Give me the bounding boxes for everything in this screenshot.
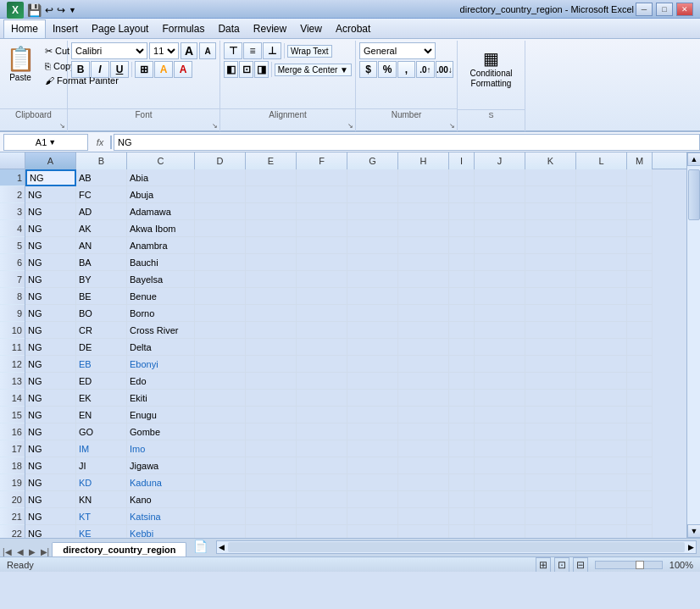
- cell-a10[interactable]: NG: [25, 322, 76, 339]
- col-header-c[interactable]: C: [127, 152, 195, 169]
- cell-a4[interactable]: NG: [25, 220, 76, 237]
- cell-h17[interactable]: [398, 440, 449, 457]
- row-number-18[interactable]: 18: [0, 457, 25, 474]
- cell-g7[interactable]: [347, 271, 398, 288]
- cell-l11[interactable]: [576, 339, 627, 356]
- cell-h21[interactable]: [398, 508, 449, 525]
- align-center-button[interactable]: ⊡: [239, 61, 253, 78]
- cell-l12[interactable]: [576, 356, 627, 373]
- qat-dropdown[interactable]: ▼: [69, 6, 76, 14]
- col-header-i[interactable]: I: [449, 152, 475, 169]
- cell-m7[interactable]: [627, 271, 653, 288]
- cell-d3[interactable]: [195, 203, 246, 220]
- cell-e11[interactable]: [246, 339, 297, 356]
- cell-l8[interactable]: [576, 288, 627, 305]
- cell-e3[interactable]: [246, 203, 297, 220]
- cell-e2[interactable]: [246, 186, 297, 203]
- cell-m10[interactable]: [627, 322, 653, 339]
- cell-m5[interactable]: [627, 237, 653, 254]
- align-right-button[interactable]: ◨: [254, 61, 269, 78]
- cell-j3[interactable]: [475, 203, 525, 220]
- cell-m22[interactable]: [627, 525, 653, 538]
- cell-e10[interactable]: [246, 322, 297, 339]
- col-header-e[interactable]: E: [246, 152, 297, 169]
- cell-m16[interactable]: [627, 424, 653, 440]
- maximize-button[interactable]: □: [656, 3, 673, 16]
- cell-b6[interactable]: BA: [76, 254, 127, 271]
- cell-a5[interactable]: NG: [25, 237, 76, 254]
- name-box[interactable]: A1 ▼: [3, 134, 88, 151]
- col-header-j[interactable]: J: [475, 152, 525, 169]
- cell-m3[interactable]: [627, 203, 653, 220]
- cell-d2[interactable]: [195, 186, 246, 203]
- fx-button[interactable]: fx: [92, 134, 108, 151]
- cell-i1[interactable]: [449, 169, 475, 186]
- number-format-select[interactable]: General: [359, 42, 436, 59]
- merge-center-button[interactable]: Merge & Center ▼: [275, 64, 352, 76]
- cell-i4[interactable]: [449, 220, 475, 237]
- cell-j4[interactable]: [475, 220, 525, 237]
- cell-d21[interactable]: [195, 508, 246, 525]
- cell-e22[interactable]: [246, 525, 297, 538]
- cell-b7[interactable]: BY: [76, 271, 127, 288]
- cell-a17[interactable]: NG: [25, 440, 76, 457]
- col-header-f[interactable]: F: [297, 152, 347, 169]
- cell-i11[interactable]: [449, 339, 475, 356]
- cell-g4[interactable]: [347, 220, 398, 237]
- cell-b2[interactable]: FC: [76, 186, 127, 203]
- cell-e7[interactable]: [246, 271, 297, 288]
- cell-l21[interactable]: [576, 508, 627, 525]
- row-number-11[interactable]: 11: [0, 339, 25, 356]
- cell-f16[interactable]: [297, 424, 347, 440]
- row-number-15[interactable]: 15: [0, 407, 25, 424]
- cell-a19[interactable]: NG: [25, 474, 76, 491]
- cell-f7[interactable]: [297, 271, 347, 288]
- cell-c10[interactable]: Cross River: [127, 322, 195, 339]
- cell-c14[interactable]: Ekiti: [127, 390, 195, 407]
- cell-l17[interactable]: [576, 440, 627, 457]
- view-layout-button[interactable]: ⊡: [554, 557, 569, 573]
- scroll-track[interactable]: [687, 166, 700, 524]
- cell-e20[interactable]: [246, 491, 297, 508]
- cell-l19[interactable]: [576, 474, 627, 491]
- cell-j21[interactable]: [475, 508, 525, 525]
- cell-f14[interactable]: [297, 390, 347, 407]
- cell-i14[interactable]: [449, 390, 475, 407]
- cell-k14[interactable]: [525, 390, 576, 407]
- cell-j1[interactable]: [475, 169, 525, 186]
- row-number-16[interactable]: 16: [0, 424, 25, 440]
- scroll-down-button[interactable]: ▼: [687, 524, 700, 538]
- cell-k17[interactable]: [525, 440, 576, 457]
- cell-j18[interactable]: [475, 457, 525, 474]
- cell-j19[interactable]: [475, 474, 525, 491]
- cell-e4[interactable]: [246, 220, 297, 237]
- cell-j20[interactable]: [475, 491, 525, 508]
- cell-k21[interactable]: [525, 508, 576, 525]
- cell-f22[interactable]: [297, 525, 347, 538]
- cell-b13[interactable]: ED: [76, 373, 127, 390]
- cell-d9[interactable]: [195, 305, 246, 322]
- col-header-l[interactable]: L: [576, 152, 627, 169]
- cell-i20[interactable]: [449, 491, 475, 508]
- cell-k22[interactable]: [525, 525, 576, 538]
- cell-d14[interactable]: [195, 390, 246, 407]
- cell-b3[interactable]: AD: [76, 203, 127, 220]
- align-left-button[interactable]: ◧: [224, 61, 238, 78]
- cell-b5[interactable]: AN: [76, 237, 127, 254]
- cell-c2[interactable]: Abuja: [127, 186, 195, 203]
- cell-i5[interactable]: [449, 237, 475, 254]
- cell-l7[interactable]: [576, 271, 627, 288]
- view-page-break-button[interactable]: ⊟: [573, 557, 588, 573]
- conditional-formatting-button[interactable]: ▦ ConditionalFormatting: [464, 44, 518, 93]
- cell-j9[interactable]: [475, 305, 525, 322]
- cell-g8[interactable]: [347, 288, 398, 305]
- cell-m18[interactable]: [627, 457, 653, 474]
- formula-input[interactable]: [114, 134, 700, 151]
- cell-f11[interactable]: [297, 339, 347, 356]
- currency-button[interactable]: $: [359, 61, 377, 78]
- cell-f1[interactable]: [297, 169, 347, 186]
- cell-f12[interactable]: [297, 356, 347, 373]
- cell-b1[interactable]: AB: [76, 169, 127, 186]
- cell-a20[interactable]: NG: [25, 491, 76, 508]
- cell-k8[interactable]: [525, 288, 576, 305]
